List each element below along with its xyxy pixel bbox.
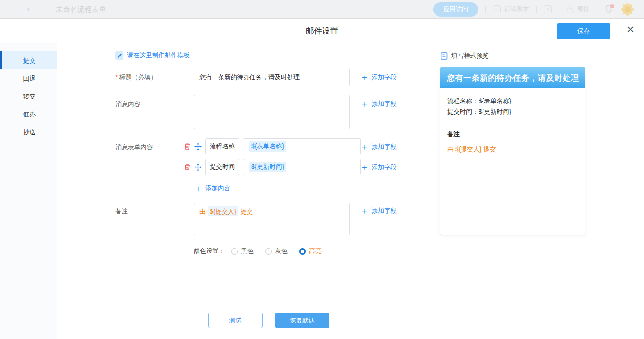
document-icon (441, 52, 448, 60)
plus-icon: ＋ (360, 99, 369, 108)
backend-script-button[interactable]: </> 后端脚本 (493, 5, 529, 13)
color-setting-row: 颜色设置： 黑色 灰色 高亮 (194, 247, 333, 255)
add-field-link-row2[interactable]: ＋ 添加字段 (360, 163, 397, 172)
form-row-key-input[interactable]: 流程名称 (205, 138, 239, 154)
remark-content: 由${提交人}提交 (199, 208, 253, 215)
form-row-value-input[interactable]: ${表单名称} (243, 138, 361, 154)
preview-remark-label: 备注 (447, 130, 578, 138)
sidebar-item-transfer[interactable]: 转交 (0, 87, 57, 105)
sidebar-item-cc[interactable]: 抄送 (0, 123, 57, 141)
radio-icon (265, 248, 272, 255)
remark-textarea[interactable]: 由${提交人}提交 (194, 203, 350, 235)
email-settings-screen: ‹ 未命名流程表单 应用访问 </> 后端脚本 A ? 帮助 (0, 0, 644, 339)
close-icon[interactable]: × (627, 22, 634, 37)
top-bar-actions: 应用访问 </> 后端脚本 A ? 帮助 (433, 0, 634, 19)
divider (447, 123, 578, 123)
code-icon: </> (493, 5, 501, 13)
plus-icon: ＋ (360, 206, 369, 215)
form-row-key-input[interactable]: 提交时间 (205, 159, 239, 175)
page-title: 未命名流程表单 (56, 5, 106, 14)
message-content-textarea[interactable] (194, 95, 350, 129)
color-option-highlight[interactable]: 高亮 (299, 247, 322, 255)
plus-icon: ＋ (194, 184, 202, 193)
field-tag: ${更新时间} (249, 162, 286, 172)
app-access-button[interactable]: 应用访问 (433, 2, 478, 17)
plus-icon: ＋ (360, 163, 369, 172)
modal-title: 邮件设置 (0, 19, 644, 43)
sidebar: 提交 回退 转交 催办 抄送 (0, 43, 57, 339)
preview-card-body: 流程名称：${表单名称} 提交时间：${更新时间} 备注 由 ${提交人} 提交 (440, 88, 585, 235)
delete-icon[interactable] (183, 163, 191, 171)
add-field-link-row1[interactable]: ＋ 添加字段 (360, 142, 397, 151)
move-icon[interactable] (194, 142, 202, 150)
title-input[interactable] (194, 69, 350, 86)
pencil-icon (115, 51, 123, 60)
vertical-dashed-divider (422, 51, 422, 257)
avatar[interactable] (621, 3, 634, 16)
divider (121, 303, 417, 303)
help-icon: ? (567, 6, 574, 13)
preview-line-submit-time: 提交时间：${更新时间} (447, 106, 578, 117)
add-content-link[interactable]: ＋ 添加内容 (194, 184, 230, 193)
preview-title: 填写样式预览 (451, 52, 489, 60)
color-setting-label: 颜色设置： (194, 247, 225, 255)
template-hint-text: 请在这里制作邮件模板 (127, 51, 190, 60)
divider (536, 6, 537, 13)
radio-icon-selected (299, 248, 306, 255)
color-option-gray[interactable]: 灰色 (265, 247, 288, 255)
top-bar: ‹ 未命名流程表单 应用访问 </> 后端脚本 A ? 帮助 (0, 0, 644, 19)
submitter-tag: ${提交人} (208, 206, 238, 216)
back-icon[interactable]: ‹ (27, 4, 30, 14)
modal-header: 邮件设置 保存 × (0, 19, 644, 43)
add-field-link-message[interactable]: ＋ 添加字段 (360, 99, 397, 108)
move-icon[interactable] (194, 163, 202, 171)
preview-remark-text: 由 ${提交人} 提交 (447, 146, 578, 154)
color-option-black[interactable]: 黑色 (231, 247, 254, 255)
form-content-row-1: 流程名称 ${表单名称} (183, 138, 361, 154)
divider (597, 6, 597, 13)
notification-badge (610, 4, 614, 8)
sidebar-item-return[interactable]: 回退 (0, 69, 57, 87)
title-field-label: *标题（必填） (115, 73, 157, 82)
plus-icon: ＋ (360, 73, 369, 82)
restore-default-button[interactable]: 恢复默认 (275, 313, 329, 328)
template-hint-row: 请在这里制作邮件模板 (115, 51, 190, 60)
preview-header-row: 填写样式预览 (441, 52, 489, 60)
preview-card-title: 您有一条新的待办任务，请及时处理 (440, 67, 585, 88)
divider (559, 6, 559, 13)
field-tag: ${表单名称} (249, 141, 286, 152)
sidebar-item-submit[interactable]: 提交 (0, 51, 57, 69)
radio-icon (231, 248, 238, 255)
form-content-label: 消息表单内容 (115, 143, 153, 151)
delete-icon[interactable] (183, 142, 191, 150)
form-row-value-input[interactable]: ${更新时间} (243, 159, 361, 175)
notification-bell-button[interactable] (605, 4, 614, 14)
help-label: 帮助 (577, 5, 590, 13)
remark-label: 备注 (115, 207, 128, 215)
preview-card: 您有一条新的待办任务，请及时处理 流程名称：${表单名称} 提交时间：${更新时… (440, 67, 585, 235)
sidebar-item-urge[interactable]: 催办 (0, 105, 57, 123)
help-button[interactable]: ? 帮助 (567, 5, 590, 13)
required-asterisk: * (115, 73, 118, 81)
language-icon: A (544, 5, 552, 13)
avatar-flower-icon (621, 3, 634, 16)
message-content-label: 消息内容 (115, 100, 140, 108)
test-button[interactable]: 测试 (208, 313, 263, 328)
backend-script-label: 后端脚本 (504, 5, 529, 13)
language-button[interactable]: A (544, 5, 552, 13)
add-field-link-remark[interactable]: ＋ 添加字段 (360, 206, 397, 215)
plus-icon: ＋ (360, 142, 369, 151)
add-field-link-title[interactable]: ＋ 添加字段 (360, 73, 397, 82)
form-content-row-2: 提交时间 ${更新时间} (183, 159, 361, 175)
save-button[interactable]: 保存 (557, 23, 610, 39)
divider (485, 6, 486, 13)
preview-line-process-name: 流程名称：${表单名称} (447, 95, 578, 106)
